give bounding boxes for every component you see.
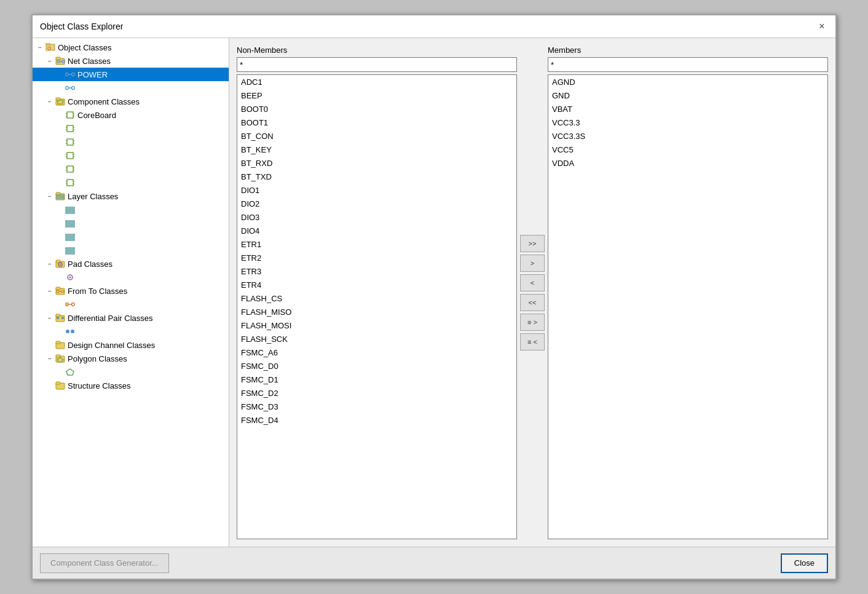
tree-item-allnets[interactable] — [33, 81, 229, 95]
svg-rect-61 — [66, 239, 74, 240]
non-member-item[interactable]: BT_CON — [237, 129, 516, 143]
component-class-generator-button: Component Class Generator... — [40, 553, 169, 573]
member-item[interactable]: AGND — [548, 75, 827, 89]
svg-rect-72 — [56, 287, 60, 290]
non-member-item[interactable]: FSMC_D0 — [237, 359, 516, 373]
non-member-item[interactable]: DIO1 — [237, 183, 516, 197]
non-members-filter[interactable] — [237, 57, 517, 72]
tree-item-power[interactable]: POWER — [33, 68, 229, 81]
move-right-button[interactable]: > — [520, 255, 545, 272]
svg-rect-4 — [56, 57, 60, 60]
move-left-button[interactable]: < — [520, 274, 545, 291]
svg-rect-87 — [56, 341, 60, 344]
tree-item-structclasses[interactable]: Structure Classes — [33, 379, 229, 392]
non-member-item[interactable]: DIO3 — [237, 210, 516, 224]
member-item[interactable]: VCC5 — [548, 143, 827, 156]
tree-item-electlayers[interactable] — [33, 230, 229, 244]
close-icon[interactable]: × — [816, 20, 828, 33]
svg-rect-54 — [66, 210, 74, 211]
tree-item-fromtoclasses[interactable]: − From To Classes — [33, 284, 229, 298]
non-member-item[interactable]: FLASH_CS — [237, 291, 516, 305]
svg-point-83 — [61, 317, 64, 319]
tree-item-signallayers[interactable] — [33, 244, 229, 257]
non-member-item[interactable]: FSMC_D2 — [237, 386, 516, 400]
tree-item-topside[interactable] — [33, 176, 229, 189]
tree-item-padclasses[interactable]: − Pad Classes — [33, 257, 229, 271]
svg-rect-89 — [56, 355, 60, 357]
transfer-buttons: >> > < << ≡ > ≡ < — [517, 46, 548, 539]
tree-item-netclasses[interactable]: − Net Classes — [33, 54, 229, 68]
non-member-item[interactable]: FSMC_D3 — [237, 400, 516, 413]
tree-item-alllayers[interactable] — [33, 203, 229, 216]
tree-item-polyclasses[interactable]: − Polygon Classes — [33, 352, 229, 365]
tree-expand-icon — [55, 178, 65, 188]
tree-item-root[interactable]: − O Object Classes — [33, 41, 229, 54]
svg-rect-58 — [66, 226, 74, 227]
tree-item-insideboard[interactable] — [33, 149, 229, 162]
tree-node-icon — [65, 151, 76, 160]
tree-node-icon — [55, 191, 66, 201]
non-member-item[interactable]: ADC1 — [237, 75, 516, 89]
tree-node-label: Polygon Classes — [68, 354, 127, 363]
tree-node-label: Net Classes — [68, 57, 111, 66]
tree-expand-icon — [55, 327, 65, 336]
svg-rect-15 — [56, 98, 60, 100]
members-filter[interactable] — [548, 57, 828, 72]
bottom-bar: Component Class Generator... Close — [33, 547, 835, 579]
tree-item-diffpairclasses[interactable]: − Differential Pair Classes — [33, 311, 229, 325]
non-member-item[interactable]: DIO2 — [237, 197, 516, 210]
svg-point-13 — [72, 87, 75, 90]
move-all-right-button[interactable]: >> — [520, 235, 545, 252]
tree-item-bottomside[interactable] — [33, 135, 229, 149]
tree-item-complayers[interactable] — [33, 216, 229, 230]
non-member-item[interactable]: BOOT0 — [237, 102, 516, 116]
tree-item-outsideboard[interactable] — [33, 162, 229, 176]
tree-node-label: Layer Classes — [68, 192, 118, 201]
tree-node-label: Pad Classes — [68, 259, 112, 269]
close-dialog-button[interactable]: Close — [781, 553, 828, 573]
non-member-item[interactable]: FSMC_D4 — [237, 413, 516, 427]
tree-node-icon — [65, 218, 76, 228]
svg-point-68 — [60, 264, 61, 265]
member-item[interactable]: GND — [548, 89, 827, 102]
non-member-item[interactable]: BT_TXD — [237, 170, 516, 183]
tree-item-coreboard[interactable]: CoreBoard — [33, 108, 229, 122]
tree-item-allfromtos[interactable] — [33, 298, 229, 311]
non-member-item[interactable]: ETR2 — [237, 251, 516, 264]
tree-item-allcomps[interactable] — [33, 122, 229, 135]
move-filtered-right-button[interactable]: ≡ > — [520, 314, 545, 331]
non-member-item[interactable]: FLASH_SCK — [237, 332, 516, 346]
members-area: Non-Members ADC1BEEPBOOT0BOOT1BT_CONBT_K… — [237, 46, 828, 539]
non-member-item[interactable]: BEEP — [237, 89, 516, 102]
tree-item-layerclasses[interactable]: − Layer Classes — [33, 189, 229, 203]
non-member-item[interactable]: ETR3 — [237, 264, 516, 278]
non-member-item[interactable]: DIO4 — [237, 224, 516, 237]
tree-expand-icon — [55, 272, 65, 282]
tree-node-icon — [65, 124, 76, 133]
member-item[interactable]: VCC3.3S — [548, 129, 827, 143]
move-all-left-button[interactable]: << — [520, 294, 545, 311]
tree-item-designchannel[interactable]: Design Channel Classes — [33, 338, 229, 352]
non-member-item[interactable]: FSMC_D1 — [237, 373, 516, 386]
non-member-item[interactable]: FLASH_MOSI — [237, 319, 516, 332]
tree-item-allpads[interactable] — [33, 271, 229, 284]
tree-item-compclasses[interactable]: − Component Classes — [33, 95, 229, 108]
member-item[interactable]: VBAT — [548, 102, 827, 116]
non-member-item[interactable]: ETR1 — [237, 237, 516, 251]
member-item[interactable]: VCC3.3 — [548, 116, 827, 129]
members-list: AGNDGNDVBATVCC3.3VCC3.3SVCC5VDDA — [548, 74, 828, 539]
tree-node-icon — [55, 259, 66, 269]
non-member-item[interactable]: BT_RXD — [237, 156, 516, 170]
non-member-item[interactable]: ETR4 — [237, 278, 516, 291]
tree-node-icon — [55, 97, 66, 106]
tree-item-alldiffpairs[interactable] — [33, 325, 229, 338]
non-member-item[interactable]: FSMC_A6 — [237, 346, 516, 359]
move-filtered-left-button[interactable]: ≡ < — [520, 333, 545, 350]
non-member-item[interactable]: BOOT1 — [237, 116, 516, 129]
non-member-item[interactable]: BT_KEY — [237, 143, 516, 156]
tree-node-icon — [65, 110, 76, 120]
tree-expand-icon — [55, 299, 65, 309]
tree-item-allpolygons[interactable] — [33, 365, 229, 379]
non-member-item[interactable]: FLASH_MISO — [237, 305, 516, 319]
member-item[interactable]: VDDA — [548, 156, 827, 170]
